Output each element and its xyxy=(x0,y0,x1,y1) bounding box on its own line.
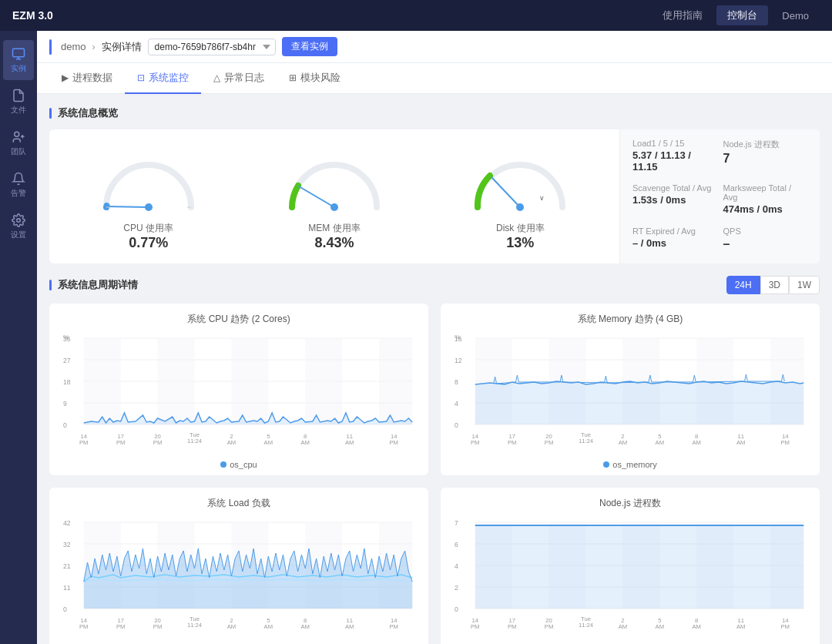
svg-text:15: 15 xyxy=(455,335,462,343)
period-section-title: 系统信息周期详情 xyxy=(49,278,138,292)
tab-process[interactable]: ▶ 进程数据 xyxy=(49,63,125,94)
breadcrumb-separator: › xyxy=(92,42,96,52)
sidebar-label-alarm: 告警 xyxy=(11,188,26,199)
sidebar-item-settings[interactable]: 设置 xyxy=(3,206,34,247)
svg-text:11:24: 11:24 xyxy=(579,622,594,629)
stat-nodejs-label: Node.js 进程数 xyxy=(723,139,808,150)
content-area: 系统信息概览 xyxy=(37,94,832,644)
svg-text:0: 0 xyxy=(63,421,67,429)
svg-text:8: 8 xyxy=(455,378,458,386)
cpu-chart-card: 系统 CPU 趋势 (2 Cores) % 35 27 xyxy=(49,304,428,475)
svg-text:PM: PM xyxy=(781,439,790,446)
time-btn-3d[interactable]: 3D xyxy=(760,276,789,294)
stat-qps-value: – xyxy=(723,237,808,251)
svg-text:AM: AM xyxy=(264,439,273,446)
stat-load: Load1 / 5 / 15 5.37 / 11.13 / 11.15 xyxy=(632,139,717,176)
sidebar-item-alarm[interactable]: 告警 xyxy=(3,165,34,205)
stats-section: Load1 / 5 / 15 5.37 / 11.13 / 11.15 Node… xyxy=(619,129,820,263)
breadcrumb-bar: demo › 实例详情 demo-7659b786f7-sb4hr 查看实例 xyxy=(37,31,832,63)
mem-gauge: MEM 使用率 8.43% xyxy=(247,142,421,251)
tab-process-label: 进程数据 xyxy=(72,71,112,85)
view-instance-button[interactable]: 查看实例 xyxy=(282,37,337,56)
top-nav: EZM 3.0 使用指南 控制台 Demo xyxy=(0,0,832,31)
tab-system[interactable]: ⊡ 系统监控 xyxy=(125,63,201,94)
breadcrumb-root: demo xyxy=(61,41,86,52)
cpu-legend-label: os_cpu xyxy=(230,460,257,469)
svg-text:0: 0 xyxy=(63,605,67,613)
svg-text:AM: AM xyxy=(693,623,701,630)
nodejs-chart-title: Node.js 进程数 xyxy=(453,497,807,510)
memory-legend-os_memory: os_memory xyxy=(603,460,656,469)
svg-text:PM: PM xyxy=(508,439,516,446)
svg-text:PM: PM xyxy=(153,439,162,446)
stat-nodejs: Node.js 进程数 7 xyxy=(723,139,808,176)
sidebar-item-team[interactable]: 团队 xyxy=(3,123,34,163)
sidebar-label-settings: 设置 xyxy=(11,230,26,240)
time-btn-1w[interactable]: 1W xyxy=(789,276,820,294)
team-icon xyxy=(12,130,25,144)
cpu-chart-legend: os_cpu xyxy=(62,460,416,469)
svg-text:42: 42 xyxy=(63,519,71,527)
cpu-legend-os_cpu: os_cpu xyxy=(220,460,257,469)
cpu-gauge-canvas xyxy=(95,142,203,219)
svg-text:PM: PM xyxy=(781,623,790,630)
svg-point-8 xyxy=(330,203,338,211)
svg-text:AM: AM xyxy=(345,439,354,446)
gauge-section: CPU 使用率 0.77% xyxy=(49,129,619,263)
svg-marker-63 xyxy=(475,381,803,424)
svg-point-2 xyxy=(17,218,21,222)
cpu-chart-svg: % 35 27 18 9 0 xyxy=(62,332,416,455)
svg-text:18: 18 xyxy=(63,378,71,386)
memory-legend-dot xyxy=(603,461,609,468)
log-tab-icon: △ xyxy=(213,72,220,83)
svg-text:4: 4 xyxy=(455,400,458,408)
stat-scavenge: Scavenge Total / Avg 1.53s / 0ms xyxy=(632,183,717,218)
cpu-gauge-label: CPU 使用率 xyxy=(123,222,173,235)
stat-qps: QPS – xyxy=(723,226,808,254)
tab-module[interactable]: ⊞ 模块风险 xyxy=(277,63,353,94)
stat-rt: RT Expired / Avg – / 0ms xyxy=(632,226,717,254)
nav-links: 使用指南 控制台 Demo xyxy=(652,5,820,25)
sidebar-item-instance[interactable]: 实例 xyxy=(3,40,34,80)
svg-line-9 xyxy=(491,177,520,207)
stat-marksweep-label: Marksweep Total / Avg xyxy=(723,183,808,202)
cpu-legend-dot xyxy=(220,461,226,468)
stat-nodejs-value: 7 xyxy=(723,152,808,166)
sidebar-item-file[interactable]: 文件 xyxy=(3,82,34,122)
disk-gauge-canvas: ∨ xyxy=(466,142,574,219)
nav-console[interactable]: 控制台 xyxy=(716,5,768,25)
svg-text:PM: PM xyxy=(153,623,162,630)
svg-rect-26 xyxy=(305,338,342,424)
instance-select[interactable]: demo-7659b786f7-sb4hr xyxy=(148,39,276,55)
memory-legend-label: os_memory xyxy=(612,460,656,469)
svg-text:12: 12 xyxy=(455,357,462,364)
tab-log[interactable]: △ 异常日志 xyxy=(201,63,277,94)
nodejs-chart-container: 7 6 4 2 0 xyxy=(453,516,807,639)
main-content: demo › 实例详情 demo-7659b786f7-sb4hr 查看实例 ▶… xyxy=(37,31,832,644)
svg-text:11:24: 11:24 xyxy=(579,438,594,444)
svg-text:21: 21 xyxy=(63,562,71,570)
stat-rt-value: – / 0ms xyxy=(632,237,717,249)
load-chart-title: 系统 Load 负载 xyxy=(62,497,416,510)
disk-gauge-value: 13% xyxy=(506,235,534,251)
time-btn-24h[interactable]: 24H xyxy=(726,276,760,294)
svg-text:AM: AM xyxy=(227,623,236,630)
overview-card: CPU 使用率 0.77% xyxy=(49,129,820,263)
charts-grid: 系统 CPU 趋势 (2 Cores) % 35 27 xyxy=(49,304,820,644)
svg-text:11: 11 xyxy=(63,584,71,592)
svg-text:PM: PM xyxy=(79,623,88,630)
nav-guide[interactable]: 使用指南 xyxy=(652,5,713,25)
svg-text:7: 7 xyxy=(455,519,458,527)
memory-chart-container: % 15 12 8 4 0 xyxy=(453,332,807,455)
svg-text:AM: AM xyxy=(619,623,627,630)
svg-text:2: 2 xyxy=(455,584,458,592)
svg-text:PM: PM xyxy=(545,439,553,446)
svg-rect-0 xyxy=(13,49,25,57)
svg-text:PM: PM xyxy=(116,439,125,446)
svg-text:AM: AM xyxy=(227,439,236,446)
svg-text:AM: AM xyxy=(656,623,664,630)
settings-icon xyxy=(12,213,25,227)
nav-demo[interactable]: Demo xyxy=(771,7,820,25)
svg-text:0: 0 xyxy=(455,605,458,613)
memory-chart-legend: os_memory xyxy=(453,460,807,469)
